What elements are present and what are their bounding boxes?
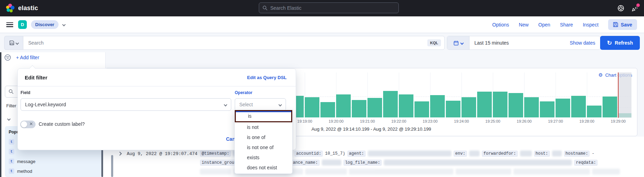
elastic-logo[interactable]: elastic bbox=[6, 3, 38, 13]
operator-options-menu: isis notis one ofis not one ofexistsdoes… bbox=[234, 110, 293, 174]
chevron-down-icon bbox=[279, 103, 282, 106]
redacted-value bbox=[200, 169, 231, 175]
operator-option[interactable]: is one of bbox=[235, 132, 292, 143]
notifications-button[interactable] bbox=[632, 5, 638, 11]
histogram-bar bbox=[461, 97, 476, 117]
operator-option[interactable]: does not exist bbox=[235, 163, 292, 173]
chevron-down-icon bbox=[15, 41, 19, 45]
kql-query-input[interactable]: KQL bbox=[23, 36, 445, 50]
operator-option[interactable]: is not one of bbox=[235, 143, 292, 153]
global-search[interactable] bbox=[259, 2, 399, 13]
save-button[interactable]: Save bbox=[608, 19, 637, 30]
operator-option[interactable]: is bbox=[235, 110, 292, 122]
histogram-bar bbox=[603, 97, 617, 117]
field-key-badge: reqdata: bbox=[574, 160, 598, 166]
field-name: message bbox=[17, 159, 36, 164]
field-select[interactable]: Log-Level.keyword bbox=[21, 98, 231, 111]
field-value-text: 10_15_7) bbox=[325, 151, 345, 156]
x-axis-tick-label: 19:23:00 bbox=[423, 119, 438, 123]
operator-option[interactable]: is not bbox=[235, 122, 292, 132]
field-type-badge: t bbox=[9, 149, 14, 154]
saved-query-menu-button[interactable] bbox=[4, 36, 23, 50]
histogram-bar bbox=[367, 98, 382, 117]
x-axis-tick-label: 19:25:00 bbox=[486, 119, 501, 123]
redacted-value bbox=[349, 169, 453, 175]
nav-link-new[interactable]: New bbox=[519, 22, 529, 28]
left-scrollbar[interactable] bbox=[0, 52, 1, 177]
field-key-badge: accountid: bbox=[294, 151, 323, 157]
redacted-value bbox=[384, 160, 572, 166]
show-dates-button[interactable]: Show dates bbox=[570, 40, 595, 46]
help-icon[interactable] bbox=[618, 5, 624, 11]
current-time-marker bbox=[618, 72, 619, 118]
filter-set-icon[interactable] bbox=[4, 54, 11, 61]
redacted-value bbox=[592, 169, 620, 175]
redacted-value bbox=[520, 151, 532, 156]
field-select-value: Log-Level.keyword bbox=[25, 102, 66, 107]
histogram-bar bbox=[524, 97, 539, 117]
sidebar-field-item[interactable]: tmessage bbox=[9, 156, 102, 166]
chevron-down-icon[interactable] bbox=[62, 23, 65, 26]
nav-link-options[interactable]: Options bbox=[492, 22, 509, 28]
document-timestamp: Aug 9, 2022 @ 19:29:07.474 bbox=[127, 151, 197, 156]
x-axis-tick-label: 19:19:00 bbox=[297, 119, 312, 123]
filter-bar: + Add filter bbox=[4, 54, 39, 61]
histogram-bar bbox=[540, 101, 554, 117]
kql-language-button[interactable]: KQL bbox=[427, 39, 441, 46]
add-filter-button[interactable]: + Add filter bbox=[16, 55, 39, 60]
refresh-label: Refresh bbox=[615, 40, 633, 46]
field-value-text: - bbox=[592, 151, 594, 156]
nav-link-inspect[interactable]: Inspect bbox=[583, 22, 598, 28]
field-label: Field bbox=[21, 90, 30, 95]
refresh-button[interactable]: ↻ Refresh bbox=[600, 36, 640, 50]
nav-link-share[interactable]: Share bbox=[560, 22, 573, 28]
redacted-value bbox=[552, 151, 562, 156]
menu-hamburger-icon[interactable] bbox=[6, 22, 13, 27]
x-axis-tick-label: 19:29:00 bbox=[611, 119, 626, 123]
global-search-input[interactable] bbox=[270, 5, 385, 11]
elastic-logo-icon bbox=[6, 3, 15, 13]
histogram-bar bbox=[430, 95, 445, 117]
x-axis-tick-label: 19:28:00 bbox=[580, 119, 595, 123]
custom-label-toggle[interactable]: ✕ bbox=[20, 121, 36, 128]
histogram-bar bbox=[352, 100, 366, 117]
table-scrollbar[interactable] bbox=[111, 155, 113, 177]
app-badge[interactable]: D bbox=[18, 20, 27, 29]
histogram-bar bbox=[556, 99, 570, 117]
redacted-value bbox=[368, 151, 451, 156]
breadcrumb[interactable]: Discover bbox=[31, 20, 59, 29]
histogram-bar bbox=[509, 93, 523, 117]
date-quick-select-button[interactable] bbox=[447, 36, 470, 49]
operator-select[interactable]: Select bbox=[235, 98, 286, 111]
field-type-badge: t bbox=[9, 139, 14, 145]
histogram-bar bbox=[320, 102, 335, 117]
global-header: elastic bbox=[0, 0, 644, 16]
field-type-badge: t bbox=[9, 168, 14, 174]
histogram-bar bbox=[336, 94, 351, 117]
search-icon bbox=[9, 89, 14, 94]
field-key-badge: log_file_name: bbox=[343, 160, 382, 166]
query-text-input[interactable] bbox=[28, 40, 427, 46]
operator-option[interactable]: exists bbox=[235, 153, 292, 163]
gear-icon: ⚙ bbox=[598, 72, 603, 78]
field-key-badge: instance_group bbox=[200, 160, 239, 166]
histogram-bar bbox=[305, 97, 319, 117]
histogram-bar bbox=[493, 92, 507, 117]
field-key-badge: host: bbox=[534, 151, 550, 157]
nav-link-open[interactable]: Open bbox=[538, 22, 550, 28]
expand-row-chevron-icon[interactable] bbox=[118, 152, 122, 155]
histogram-bar bbox=[477, 92, 492, 117]
histogram-bar bbox=[399, 94, 413, 117]
field-key-badge: env: bbox=[453, 151, 467, 157]
sidebar-field-item[interactable]: tmethod bbox=[9, 166, 102, 176]
accordion-chevron-down-icon[interactable] bbox=[7, 117, 11, 121]
app-navbar: D Discover OptionsNewOpenShareInspect Sa… bbox=[0, 16, 644, 33]
chevron-down-icon bbox=[224, 103, 227, 106]
redacted-value bbox=[469, 151, 480, 156]
save-button-label: Save bbox=[621, 22, 632, 28]
x-axis-tick-label: 19:26:00 bbox=[517, 119, 532, 123]
edit-as-query-dsl-link[interactable]: Edit as Query DSL bbox=[247, 75, 287, 80]
time-range-value[interactable]: Last 15 minutes bbox=[474, 40, 509, 46]
field-key-badge: forwardedfor: bbox=[482, 151, 518, 157]
field-key-badge: @timestamp: bbox=[200, 151, 231, 157]
